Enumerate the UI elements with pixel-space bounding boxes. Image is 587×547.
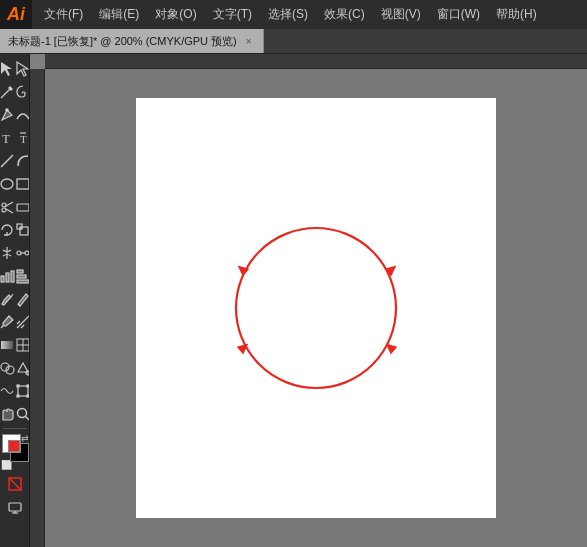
vertical-type-tool[interactable]: T bbox=[15, 127, 31, 149]
direct-selection-tool[interactable] bbox=[15, 58, 31, 80]
artwork-svg bbox=[196, 208, 436, 408]
pen-tool[interactable] bbox=[0, 104, 15, 126]
svg-rect-46 bbox=[27, 395, 29, 397]
paintbrush-tool[interactable] bbox=[0, 288, 15, 310]
svg-marker-56 bbox=[385, 262, 400, 277]
svg-rect-26 bbox=[17, 270, 23, 273]
svg-rect-10 bbox=[17, 179, 29, 189]
tool-row-shape bbox=[0, 173, 29, 195]
column-graph-tool[interactable] bbox=[0, 265, 15, 287]
swap-colors[interactable]: ⇄ bbox=[21, 433, 29, 443]
canvas-area[interactable] bbox=[30, 54, 587, 547]
menu-view[interactable]: 视图(V) bbox=[373, 0, 429, 29]
free-transform-tool[interactable] bbox=[15, 380, 31, 402]
curvature-tool[interactable] bbox=[15, 104, 31, 126]
menu-help[interactable]: 帮助(H) bbox=[488, 0, 545, 29]
svg-rect-25 bbox=[11, 271, 14, 282]
shape-builder-tool[interactable] bbox=[0, 357, 15, 379]
svg-line-13 bbox=[6, 202, 13, 206]
menu-object[interactable]: 对象(O) bbox=[147, 0, 204, 29]
svg-rect-51 bbox=[9, 503, 21, 511]
scroll-area[interactable] bbox=[45, 69, 587, 547]
pencil-tool[interactable] bbox=[15, 288, 31, 310]
svg-line-34 bbox=[21, 325, 24, 328]
width-tool[interactable] bbox=[0, 242, 15, 264]
menu-type[interactable]: 文字(T) bbox=[205, 0, 260, 29]
eyedropper-tool[interactable] bbox=[0, 311, 15, 333]
tool-divider bbox=[3, 428, 27, 429]
ai-logo: Ai bbox=[0, 0, 32, 29]
svg-rect-15 bbox=[17, 204, 29, 211]
artboard bbox=[136, 98, 496, 518]
selection-tool[interactable] bbox=[0, 58, 15, 80]
svg-line-33 bbox=[17, 321, 20, 324]
menu-effect[interactable]: 效果(C) bbox=[316, 0, 373, 29]
none-fill[interactable] bbox=[4, 473, 26, 495]
svg-line-8 bbox=[1, 155, 13, 167]
ellipse-tool[interactable] bbox=[0, 173, 15, 195]
tool-row-screen-mode bbox=[0, 496, 29, 518]
svg-marker-54 bbox=[234, 262, 249, 277]
svg-text:T: T bbox=[2, 131, 10, 146]
tool-row-pen bbox=[0, 104, 29, 126]
scissors-tool[interactable] bbox=[0, 196, 15, 218]
svg-marker-1 bbox=[17, 62, 28, 76]
tool-row-color-mode bbox=[0, 473, 29, 495]
type-tool[interactable]: T bbox=[0, 127, 15, 149]
live-paint-bucket[interactable] bbox=[15, 357, 31, 379]
menu-edit[interactable]: 编辑(E) bbox=[91, 0, 147, 29]
zoom-tool[interactable] bbox=[15, 403, 31, 425]
tool-row-eyedropper bbox=[0, 311, 29, 333]
toolbar: T T bbox=[0, 54, 30, 547]
svg-point-12 bbox=[2, 208, 6, 212]
svg-rect-23 bbox=[1, 276, 4, 282]
tool-row-gradient bbox=[0, 334, 29, 356]
svg-line-14 bbox=[6, 209, 13, 213]
scale-tool[interactable] bbox=[15, 219, 31, 241]
svg-rect-43 bbox=[17, 385, 19, 387]
screen-mode[interactable] bbox=[4, 496, 26, 518]
rectangle-tool[interactable] bbox=[15, 173, 31, 195]
lasso-tool[interactable] bbox=[15, 81, 31, 103]
main-area: T T bbox=[0, 54, 587, 547]
ruler-top bbox=[45, 54, 587, 69]
warp-tool[interactable] bbox=[0, 380, 15, 402]
gradient-tool[interactable] bbox=[0, 334, 15, 356]
color-swatches: ⬜ ⇄ bbox=[1, 434, 29, 470]
tool-row-scissors bbox=[0, 196, 29, 218]
measure-tool[interactable] bbox=[15, 311, 31, 333]
bar-graph-tool[interactable] bbox=[15, 265, 31, 287]
menu-window[interactable]: 窗口(W) bbox=[429, 0, 488, 29]
blend-tool[interactable] bbox=[15, 242, 31, 264]
svg-rect-24 bbox=[6, 273, 9, 282]
titlebar: Ai 文件(F) 编辑(E) 对象(O) 文字(T) 选择(S) 效果(C) 视… bbox=[0, 0, 587, 29]
arc-tool[interactable] bbox=[15, 150, 31, 172]
tool-row-rotate bbox=[0, 219, 29, 241]
hand-tool[interactable] bbox=[0, 403, 15, 425]
document-tab[interactable]: 未标题-1 [已恢复]* @ 200% (CMYK/GPU 预览) × bbox=[0, 29, 264, 53]
svg-text:T: T bbox=[20, 133, 27, 145]
tool-row-shape-builder bbox=[0, 357, 29, 379]
svg-rect-44 bbox=[27, 385, 29, 387]
tool-row-magic bbox=[0, 81, 29, 103]
ruler-left bbox=[30, 69, 45, 547]
rotate-tool[interactable] bbox=[0, 219, 15, 241]
svg-line-48 bbox=[25, 417, 29, 421]
menu-select[interactable]: 选择(S) bbox=[260, 0, 316, 29]
svg-marker-0 bbox=[1, 62, 12, 76]
svg-rect-28 bbox=[17, 280, 29, 283]
eraser-tool[interactable] bbox=[15, 196, 31, 218]
tab-close-button[interactable]: × bbox=[243, 35, 255, 47]
tab-label: 未标题-1 [已恢复]* @ 200% (CMYK/GPU 预览) bbox=[8, 34, 237, 49]
line-segment-tool[interactable] bbox=[0, 150, 15, 172]
fill-swatch[interactable] bbox=[2, 434, 21, 453]
svg-point-9 bbox=[1, 179, 13, 189]
menu-file[interactable]: 文件(F) bbox=[36, 0, 91, 29]
magic-wand-tool[interactable] bbox=[0, 81, 15, 103]
tool-row-warp bbox=[0, 380, 29, 402]
svg-line-31 bbox=[1, 326, 3, 328]
svg-rect-27 bbox=[17, 275, 26, 278]
svg-point-47 bbox=[17, 409, 26, 418]
mesh-tool[interactable] bbox=[15, 334, 31, 356]
svg-point-4 bbox=[5, 109, 7, 111]
